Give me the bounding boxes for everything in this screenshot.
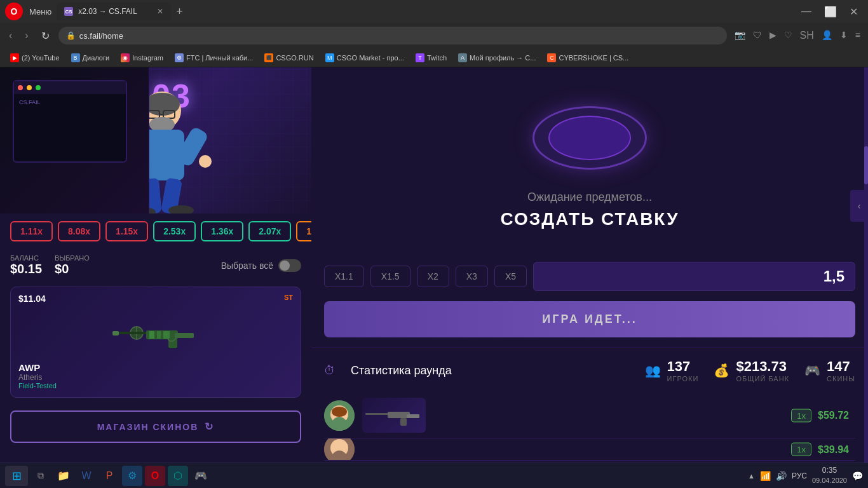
taskbar-task-view[interactable]: ⧉ (31, 466, 51, 486)
selected-block: ВЫБРАНО $0 (55, 254, 90, 276)
item-badge: ST (284, 294, 293, 301)
bookmark-instagram-label: Instagram (132, 54, 163, 62)
collapse-arrow-button[interactable]: ‹ (850, 190, 868, 222)
user-icon[interactable]: 👤 (819, 27, 835, 44)
bookmark-csgo-market[interactable]: M CSGO Market - про... (320, 52, 409, 64)
bookmark-moi-profil[interactable]: A Мой профиль → С... (453, 52, 541, 64)
scroll-thumb[interactable] (864, 146, 868, 184)
game-area: x2.03 (0, 67, 868, 463)
mult-opt-x2[interactable]: X2 (417, 266, 449, 287)
volume-icon[interactable]: 🔊 (776, 471, 787, 481)
mult-opt-x3[interactable]: X3 (456, 266, 488, 287)
window-controls: O Меню (5, 3, 51, 20)
taskbar-app3[interactable]: 🎮 (191, 466, 211, 486)
select-all-area: Выбрать всё (221, 259, 301, 272)
item-quality: Field-Tested (18, 382, 293, 390)
mult-btn-5[interactable]: 1.36x (201, 221, 243, 241)
maximize-icon[interactable]: ⬜ (819, 3, 842, 20)
opera-icon: O (151, 470, 159, 482)
svg-rect-31 (388, 412, 410, 418)
taskbar-word[interactable]: W (76, 466, 97, 486)
play-button-label: ИГРА ИДЕТ... (542, 313, 637, 325)
camera-icon[interactable]: 📷 (732, 27, 748, 44)
bookmark-ftc[interactable]: ⚙ FTC | Личный каби... (170, 52, 258, 64)
multiplier-input[interactable]: 1,5 (533, 262, 855, 291)
notification-bell-icon[interactable]: 💬 (852, 471, 863, 481)
player-avatar-svg-2 (324, 438, 355, 461)
stat-bank-content: $213.73 ОБЩИЙ БАНК (736, 358, 789, 383)
selected-value: $0 (55, 262, 90, 276)
instagram-icon: ◉ (121, 53, 130, 62)
mult-opt-x5[interactable]: X5 (494, 266, 527, 287)
opera-menu-button[interactable]: O (5, 3, 23, 20)
skins-label: СКИНЫ (827, 375, 855, 383)
refresh-button[interactable]: ↻ (37, 27, 53, 44)
select-all-toggle[interactable] (278, 259, 301, 272)
scrollbar[interactable] (864, 67, 868, 463)
tab-icon: CS (64, 7, 73, 16)
bookmark-csgo-run[interactable]: ⬛ CSGO.RUN (259, 52, 318, 64)
active-tab[interactable]: CS x2.03 → CS.FAIL ✕ (57, 3, 171, 20)
play-button[interactable]: ИГРА ИДЕТ... (324, 301, 855, 337)
app2-icon: ⬡ (173, 470, 182, 482)
shop-button[interactable]: МАГАЗИН СКИНОВ ↻ (10, 410, 301, 443)
svg-rect-33 (400, 418, 407, 426)
balance-area: БАЛАНС $0.15 ВЫБРАНО $0 Выбрать всё (0, 249, 311, 281)
bookmark-twitch[interactable]: T Twitch (410, 52, 452, 64)
bookmark-cybershoke[interactable]: C CYBERSHOKE | CS... (542, 52, 634, 64)
svg-point-29 (332, 407, 347, 417)
bet-controls: X1.1 X1.5 X2 X3 X5 1,5 ИГРА ИДЕТ... (311, 252, 868, 348)
svg-point-10 (199, 155, 212, 168)
shop-button-label: МАГАЗИН СКИНОВ (97, 422, 199, 432)
profile-icon[interactable]: SH (797, 27, 817, 44)
notification-up-icon[interactable]: ▲ (748, 472, 755, 480)
taskbar-powerpoint[interactable]: P (99, 466, 119, 486)
tab-close-button[interactable]: ✕ (157, 7, 163, 16)
item-info: AWP Atheris Field-Tested (18, 362, 293, 390)
play-icon[interactable]: ▶ (767, 27, 779, 44)
mult-btn-2[interactable]: 8.08x (58, 221, 100, 241)
taskbar-start-button[interactable]: ⊞ (5, 466, 28, 486)
taskbar-opera[interactable]: O (145, 466, 165, 486)
item-card[interactable]: $11.04 ST (10, 287, 301, 398)
portal-outer (532, 106, 647, 170)
menu-dots-icon[interactable]: ≡ (853, 27, 863, 44)
item-price: $11.04 (18, 294, 46, 304)
taskbar-file-manager[interactable]: 📁 (53, 466, 74, 486)
bookmark-youtube[interactable]: ▶ (2) YouTube (5, 52, 65, 64)
bookmark-dialogi[interactable]: В Диалоги (66, 52, 115, 64)
mult-opt-x15[interactable]: X1.5 (370, 266, 410, 287)
balance-label: БАЛАНС (10, 254, 42, 262)
forward-button[interactable]: › (21, 27, 32, 44)
url-bar[interactable]: 🔒 cs.fail/home (58, 27, 727, 44)
player-item-img-1 (362, 398, 426, 433)
balance-value: $0.15 (10, 262, 42, 276)
shield-icon[interactable]: 🛡 (750, 27, 764, 44)
new-tab-button[interactable]: + (171, 5, 188, 18)
bookmark-ftc-label: FTC | Личный каби... (186, 54, 253, 62)
bank-icon: 💰 (714, 363, 729, 378)
bookmark-instagram[interactable]: ◉ Instagram (116, 52, 168, 64)
mult-btn-4[interactable]: 2.53x (153, 221, 196, 241)
download-icon[interactable]: ⬇ (837, 27, 850, 44)
svg-rect-24 (163, 331, 170, 339)
taskbar-app2[interactable]: ⬡ (168, 466, 188, 486)
menu-label[interactable]: Меню (29, 7, 51, 17)
bookmark-twitch-label: Twitch (427, 54, 447, 62)
clock-date: 09.04.2020 (812, 476, 847, 485)
svg-rect-21 (112, 331, 119, 336)
taskbar-steam[interactable]: ⚙ (122, 466, 142, 486)
mult-btn-1[interactable]: 1.11x (10, 221, 53, 241)
heart-icon[interactable]: ♡ (782, 27, 795, 44)
mult-opt-x11[interactable]: X1.1 (324, 266, 364, 287)
network-icon[interactable]: 📶 (760, 471, 771, 481)
mult-btn-3[interactable]: 1.15x (105, 221, 148, 241)
back-button[interactable]: ‹ (5, 27, 16, 44)
close-icon[interactable]: ✕ (844, 3, 863, 20)
selected-label: ВЫБРАНО (55, 254, 90, 262)
bank-value: $213.73 (736, 358, 789, 375)
bookmark-market-label: CSGO Market - про... (337, 54, 404, 62)
mult-btn-6[interactable]: 2.07x (248, 221, 291, 241)
minimize-icon[interactable]: — (796, 3, 817, 20)
market-icon: M (325, 53, 334, 62)
